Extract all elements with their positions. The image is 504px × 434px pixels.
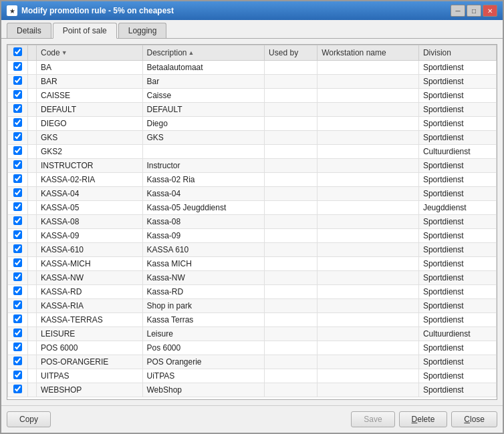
th-code[interactable]: Code ▼ <box>37 45 143 61</box>
row-workstation <box>318 117 419 131</box>
row-checkbox-cell[interactable] <box>8 285 28 299</box>
row-checkbox[interactable] <box>13 188 22 197</box>
th-division[interactable]: Division <box>418 45 496 61</box>
row-checkbox-cell[interactable] <box>8 355 28 369</box>
row-checkbox[interactable] <box>13 146 22 155</box>
row-checkbox[interactable] <box>13 371 22 379</box>
row-checkbox-cell[interactable] <box>8 215 28 229</box>
tab-logging[interactable]: Logging <box>118 23 167 38</box>
row-checkbox[interactable] <box>13 104 22 113</box>
row-checkbox[interactable] <box>13 286 22 295</box>
row-checkbox[interactable] <box>13 272 22 281</box>
th-used-by[interactable]: Used by <box>265 45 318 61</box>
row-checkbox[interactable] <box>13 62 22 71</box>
close-button[interactable]: Close <box>451 411 497 427</box>
row-checkbox-cell[interactable] <box>8 229 28 243</box>
row-checkbox[interactable] <box>13 202 22 211</box>
row-workstation <box>318 299 419 313</box>
row-checkbox[interactable] <box>13 174 22 183</box>
table-row: DIEGODiegoSportdienst <box>8 117 497 131</box>
row-checkbox-cell[interactable] <box>8 327 28 341</box>
row-checkbox[interactable] <box>13 160 22 169</box>
row-usedBy <box>265 201 318 215</box>
delete-button[interactable]: Delete <box>399 411 448 427</box>
row-workstation <box>318 341 419 355</box>
row-checkbox-cell[interactable] <box>8 341 28 355</box>
row-workstation <box>318 173 419 187</box>
row-usedBy <box>265 243 318 257</box>
table-row: BABetaalautomaatSportdienst <box>8 61 497 75</box>
row-checkbox-cell[interactable] <box>8 271 28 285</box>
row-indicator <box>28 285 37 299</box>
table-row: KASSA-08Kassa-08Sportdienst <box>8 215 497 229</box>
save-button[interactable]: Save <box>351 411 394 427</box>
copy-button[interactable]: Copy <box>7 411 51 427</box>
row-checkbox-cell[interactable] <box>8 131 28 145</box>
th-description[interactable]: Description ▲ <box>142 45 265 61</box>
row-code: CAISSE <box>37 89 143 103</box>
row-checkbox-cell[interactable] <box>8 61 28 75</box>
row-checkbox-cell[interactable] <box>8 89 28 103</box>
row-indicator <box>28 355 37 369</box>
th-workstation[interactable]: Workstation name <box>318 45 419 61</box>
table-row: KASSA-05Kassa-05 JeugddienstJeugddienst <box>8 201 497 215</box>
row-checkbox-cell[interactable] <box>8 201 28 215</box>
row-checkbox[interactable] <box>13 300 22 309</box>
row-division: Sportdienst <box>418 159 496 173</box>
maximize-button[interactable]: □ <box>467 5 481 17</box>
row-usedBy <box>265 369 318 383</box>
row-checkbox[interactable] <box>13 216 22 225</box>
row-checkbox-cell[interactable] <box>8 173 28 187</box>
row-checkbox[interactable] <box>13 314 22 323</box>
row-checkbox[interactable] <box>13 132 22 141</box>
minimize-button[interactable]: ─ <box>451 5 465 17</box>
row-checkbox-cell[interactable] <box>8 299 28 313</box>
row-description: UiTPAS <box>142 369 265 383</box>
th-select-all[interactable] <box>8 45 28 61</box>
row-checkbox[interactable] <box>13 329 22 337</box>
row-description: Pos 6000 <box>142 341 265 355</box>
row-workstation <box>318 187 419 201</box>
row-division: Sportdienst <box>418 257 496 271</box>
row-checkbox[interactable] <box>13 230 22 239</box>
row-checkbox-cell[interactable] <box>8 159 28 173</box>
tab-point-of-sale[interactable]: Point of sale <box>53 23 117 39</box>
row-checkbox-cell[interactable] <box>8 75 28 89</box>
row-checkbox-cell[interactable] <box>8 187 28 201</box>
row-checkbox[interactable] <box>13 76 22 85</box>
row-checkbox[interactable] <box>13 258 22 267</box>
row-description <box>142 145 265 159</box>
row-checkbox-cell[interactable] <box>8 103 28 117</box>
tab-details[interactable]: Details <box>7 23 51 38</box>
select-all-checkbox[interactable] <box>13 47 22 56</box>
title-bar-left: ★ Modify promotion rule - 5% on cheapest <box>7 5 174 16</box>
row-checkbox[interactable] <box>13 385 22 393</box>
window-title: Modify promotion rule - 5% on cheapest <box>21 6 174 15</box>
pos-table: Code ▼ Description ▲ Used by Workstation… <box>7 45 497 397</box>
row-checkbox-cell[interactable] <box>8 313 28 327</box>
table-row: KASSA-04Kassa-04Sportdienst <box>8 187 497 201</box>
row-checkbox[interactable] <box>13 90 22 99</box>
row-checkbox[interactable] <box>13 244 22 253</box>
row-checkbox[interactable] <box>13 357 22 365</box>
row-division: Sportdienst <box>418 89 496 103</box>
window-close-button[interactable]: ✕ <box>483 5 497 17</box>
row-checkbox-cell[interactable] <box>8 383 28 397</box>
row-checkbox[interactable] <box>13 343 22 351</box>
title-bar: ★ Modify promotion rule - 5% on cheapest… <box>1 1 503 20</box>
row-checkbox-cell[interactable] <box>8 117 28 131</box>
row-description: Caisse <box>142 89 265 103</box>
row-description: Kassa-08 <box>142 215 265 229</box>
row-checkbox[interactable] <box>13 118 22 127</box>
row-description: Betaalautomaat <box>142 61 265 75</box>
title-controls: ─ □ ✕ <box>451 5 497 17</box>
row-usedBy <box>265 173 318 187</box>
tabs-bar: Details Point of sale Logging <box>1 20 503 39</box>
row-checkbox-cell[interactable] <box>8 257 28 271</box>
row-checkbox-cell[interactable] <box>8 145 28 159</box>
table-container[interactable]: Code ▼ Description ▲ Used by Workstation… <box>7 44 497 400</box>
table-row: KASSA-09Kassa-09Sportdienst <box>8 229 497 243</box>
row-checkbox-cell[interactable] <box>8 243 28 257</box>
row-checkbox-cell[interactable] <box>8 369 28 383</box>
row-division: Cultuurdienst <box>418 327 496 341</box>
